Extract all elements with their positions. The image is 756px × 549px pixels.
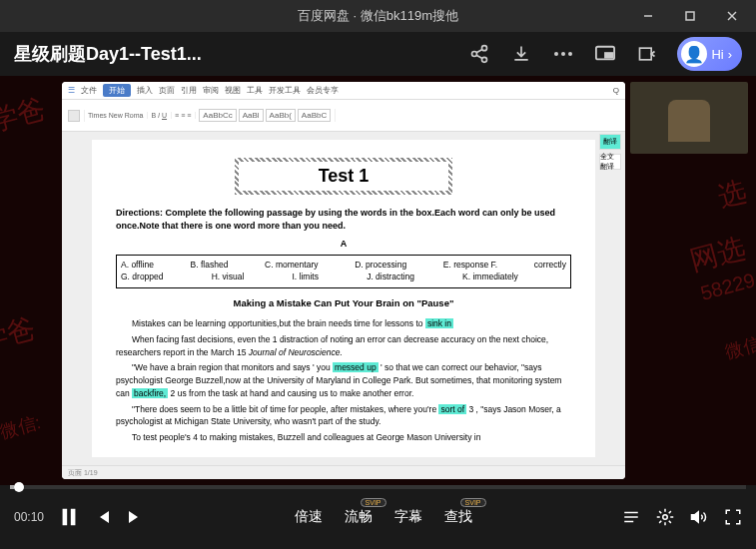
current-time: 00:10 — [14, 510, 44, 524]
doc-tab[interactable]: 审阅 — [203, 85, 219, 96]
video-header: 星级刷题Day1--Test1... 👤 Hi › — [0, 32, 756, 76]
download-icon[interactable] — [509, 42, 533, 66]
chevron-right-icon: › — [728, 47, 732, 62]
directions-text: Directions: Complete the following passa… — [116, 207, 571, 232]
doc-tab[interactable]: 开发工具 — [269, 85, 301, 96]
doc-tab[interactable]: 文件 — [81, 85, 97, 96]
paragraph: Mistakes can be learning opportunities,b… — [116, 317, 571, 330]
fullscreen-icon[interactable] — [724, 508, 742, 526]
paragraph: "There does seem to be a little bit of t… — [116, 403, 571, 429]
more-icon[interactable] — [551, 42, 575, 66]
full-translate-button[interactable]: 全文翻译 — [599, 154, 621, 170]
progress-bar[interactable] — [10, 485, 746, 489]
svg-rect-16 — [71, 509, 76, 526]
window-titlebar: 百度网盘 · 微信bk119m搜他 — [0, 0, 756, 32]
svg-rect-15 — [63, 509, 68, 526]
video-content: 学爸 学爸 选 58229 微信: 微信: 网选 ☰ 文件 开始 插入 页面 引… — [0, 76, 756, 485]
settings-icon[interactable] — [656, 508, 674, 526]
svg-point-9 — [554, 52, 558, 56]
pause-button[interactable] — [58, 506, 80, 528]
article-title: Making a Mistake Can Put Your Brain on "… — [116, 296, 571, 309]
window-title: 百度网盘 · 微信bk119m搜他 — [298, 7, 458, 25]
doc-status-bar: 页面 1/19 — [62, 465, 625, 479]
search-button[interactable]: 查找SVIP — [444, 508, 472, 526]
doc-tab-home[interactable]: 开始 — [103, 84, 131, 97]
svip-badge: SVIP — [460, 498, 486, 507]
svg-rect-14 — [640, 48, 652, 60]
paste-icon[interactable] — [68, 110, 80, 122]
test-title: Test 1 — [235, 158, 453, 195]
paragraph: To test people's 4 to making mistakes, B… — [116, 431, 571, 444]
doc-ribbon: Times New Roma BIU ≡≡≡ AaBbCc AaBl AaBb(… — [62, 100, 625, 132]
doc-side-panel: 翻译 全文翻译 — [599, 134, 623, 170]
webcam-view — [630, 82, 748, 154]
document-paper: Test 1 Directions: Complete the followin… — [92, 140, 595, 457]
doc-tab-bar: ☰ 文件 开始 插入 页面 引用 审阅 视图 工具 开发工具 会员专享 Q — [62, 82, 625, 100]
minimize-button[interactable] — [628, 2, 668, 30]
paragraph: When facing fast decisions, even the 1 d… — [116, 333, 571, 359]
svg-point-20 — [663, 515, 668, 520]
doc-page-area: Test 1 Directions: Complete the followin… — [62, 132, 625, 465]
doc-tab[interactable]: 插入 — [137, 85, 153, 96]
paragraph: "We have a brain region that monitors an… — [116, 361, 571, 399]
document-viewer: ☰ 文件 开始 插入 页面 引用 审阅 视图 工具 开发工具 会员专享 Q Ti… — [62, 82, 625, 479]
doc-tab[interactable]: 会员专享 — [307, 85, 339, 96]
next-button[interactable] — [126, 508, 144, 526]
svg-rect-13 — [605, 53, 612, 58]
playlist-icon[interactable] — [622, 508, 640, 526]
doc-tab[interactable]: 页面 — [159, 85, 175, 96]
svg-rect-1 — [686, 12, 694, 20]
style-preview[interactable]: AaBb( — [266, 109, 296, 122]
volume-icon[interactable] — [690, 508, 708, 526]
style-preview[interactable]: AaBl — [239, 109, 264, 122]
svip-badge: SVIP — [361, 498, 386, 507]
quality-button[interactable]: 流畅SVIP — [345, 508, 373, 526]
share-icon[interactable] — [467, 42, 491, 66]
svg-line-8 — [476, 55, 482, 58]
hi-label: Hi — [711, 47, 723, 62]
video-title: 星级刷题Day1--Test1... — [14, 42, 455, 66]
close-button[interactable] — [712, 2, 752, 30]
svg-point-4 — [482, 46, 487, 51]
translate-button[interactable]: 翻译 — [599, 134, 621, 150]
font-name[interactable]: Times New Roma — [88, 112, 143, 119]
pip-icon[interactable] — [593, 42, 617, 66]
subtitle-button[interactable]: 字幕 — [394, 508, 422, 526]
doc-tab[interactable]: 工具 — [247, 85, 263, 96]
word-bank: A. offline B. flashed C. momentary D. pr… — [116, 255, 571, 288]
doc-tab[interactable]: 引用 — [181, 85, 197, 96]
section-label: A — [116, 238, 571, 251]
maximize-button[interactable] — [670, 2, 710, 30]
svg-point-10 — [561, 52, 565, 56]
player-controls: 00:10 倍速 流畅SVIP 字幕 查找SVIP 46:18 — [0, 489, 756, 545]
assistant-badge[interactable]: 👤 Hi › — [677, 37, 742, 71]
style-preview[interactable]: AaBbC — [298, 109, 331, 122]
speed-button[interactable]: 倍速 — [295, 508, 323, 526]
prev-button[interactable] — [94, 508, 112, 526]
svg-point-6 — [482, 57, 487, 62]
style-preview[interactable]: AaBbCc — [199, 109, 236, 122]
collapse-icon[interactable] — [635, 42, 659, 66]
progress-thumb[interactable] — [14, 482, 24, 492]
svg-point-5 — [472, 52, 477, 57]
svg-point-11 — [568, 52, 572, 56]
svg-line-7 — [476, 49, 482, 52]
doc-tab[interactable]: 视图 — [225, 85, 241, 96]
page-indicator: 页面 1/19 — [68, 468, 98, 478]
avatar-icon: 👤 — [681, 41, 707, 67]
